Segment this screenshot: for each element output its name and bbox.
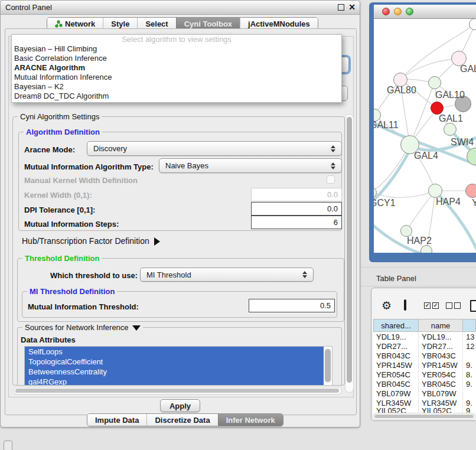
list-item[interactable]: BetweennessCentrality — [25, 367, 324, 377]
table-horizontal-scrollbar[interactable] — [373, 413, 475, 420]
expanded-arrow-icon — [132, 325, 141, 331]
panel-divider — [360, 286, 476, 286]
combo-stepper-icon — [302, 271, 307, 278]
combo-stepper-icon — [331, 145, 335, 152]
settings-vertical-scrollbar[interactable] — [345, 114, 354, 393]
node-label: HAP2 — [407, 236, 432, 246]
dropdown-item[interactable]: Basic Correlation Inference — [12, 54, 341, 63]
close-window-icon[interactable]: ✕ — [348, 2, 356, 12]
network-node[interactable] — [428, 76, 441, 89]
tab-style[interactable]: Style — [103, 18, 137, 30]
network-node[interactable] — [400, 225, 412, 237]
table-row[interactable]: YLR345W YLR345W 9. — [373, 398, 476, 407]
combo-stepper-icon — [331, 162, 335, 169]
control-panel-titlebar: Control Panel ✕ — [1, 1, 360, 15]
dropdown-item[interactable]: Bayesian – Hill Climbing — [12, 44, 341, 54]
which-threshold-combo[interactable]: MI Threshold — [140, 268, 314, 282]
tab-cyni-toolbox[interactable]: Cyni Toolbox — [176, 18, 240, 30]
manual-kernel-checkbox[interactable] — [327, 175, 335, 184]
aracne-mode-combo[interactable]: Discovery — [87, 141, 342, 156]
dropdown-item[interactable]: Dream8 DC_TDC Algorithm — [12, 92, 341, 101]
network-icon — [55, 20, 63, 28]
node-label: GAL4 — [414, 151, 438, 161]
table-panel-title: Table Panel — [376, 274, 416, 283]
table-row[interactable]: YBR045C YBR045C 9. — [373, 379, 476, 389]
network-node[interactable] — [428, 184, 442, 198]
tab-discretize-data[interactable]: Discretize Data — [146, 414, 217, 426]
minimized-panel-icon[interactable] — [4, 441, 12, 450]
table-row[interactable]: YER054C YER054C 8. — [373, 370, 476, 379]
panel-divider — [360, 267, 476, 268]
node-label: Y — [472, 198, 476, 208]
table-row[interactable]: YPR145W YPR145W 9. — [373, 360, 476, 370]
threshold-definition-title: Threshold Definition — [22, 254, 102, 263]
minimize-traffic-light-icon[interactable] — [394, 8, 402, 15]
kernel-width-label: Kernel Width (0,1): — [24, 191, 92, 200]
hub-section-toggle[interactable]: Hub/Transcription Factor Definition — [22, 236, 160, 246]
algorithm-dropdown-popup: Select algorithm to view settings Bayesi… — [11, 34, 342, 103]
node-label: HAP4 — [436, 197, 461, 207]
network-view-window: GAL GAL80 GAL10 GAL1 GAL11 SWI4 GAL4 GCY… — [369, 2, 476, 262]
table-row[interactable]: YBL079W YBL079W — [373, 389, 476, 398]
network-node-red[interactable] — [431, 102, 444, 115]
column-header-sharedname[interactable]: shared... — [373, 319, 419, 332]
column-layout-icon[interactable] — [404, 299, 406, 311]
kernel-width-field[interactable]: 0.0 — [251, 188, 342, 201]
mi-algorithm-type-label: Mutual Information Algorithm Type: — [24, 162, 154, 171]
mi-threshold-group-title: MI Threshold Definition — [27, 287, 117, 296]
zoom-traffic-light-icon[interactable] — [406, 8, 413, 15]
dropdown-item[interactable]: Bayesian – K2 — [12, 82, 341, 92]
table-row[interactable]: YBR043C YBR043C — [373, 351, 476, 360]
settings-group-title: Cyni Algorithm Settings — [18, 112, 102, 121]
list-item[interactable]: TopologicalCoefficient — [25, 357, 324, 367]
mi-steps-field[interactable]: 6 — [251, 216, 342, 229]
apply-button[interactable]: Apply — [160, 399, 200, 412]
node-label: GAL11 — [374, 120, 399, 131]
close-traffic-light-icon[interactable] — [382, 8, 390, 15]
export-table-icon[interactable] — [470, 300, 476, 312]
column-header-partial[interactable] — [463, 319, 476, 332]
tab-network[interactable]: Network — [47, 18, 103, 30]
sources-group-title[interactable]: Sources for Network Inference — [22, 323, 143, 332]
node-label: GAL10 — [435, 90, 465, 100]
network-canvas[interactable]: GAL GAL80 GAL10 GAL1 GAL11 SWI4 GAL4 GCY… — [374, 19, 476, 253]
table-header-row: shared... name — [373, 319, 476, 332]
mi-steps-label: Mutual Information Steps: — [24, 220, 119, 229]
dropdown-item[interactable]: Mutual Information Inference — [12, 73, 341, 82]
dropdown-prompt: Select algorithm to view settings — [12, 35, 341, 44]
control-panel-title: Control Panel — [5, 3, 52, 12]
tab-infer-network[interactable]: Infer Network — [218, 414, 283, 426]
mi-threshold-field[interactable]: 0.5 — [249, 299, 335, 312]
gear-icon[interactable]: ⚙ — [382, 300, 392, 311]
node-label: GAL80 — [387, 85, 416, 96]
control-panel-window: Control Panel ✕ Network Style Select Cyn… — [0, 0, 360, 428]
dropdown-item-selected[interactable]: ARACNE Algorithm — [12, 63, 341, 73]
column-header-name[interactable]: name — [419, 319, 463, 332]
node-label: SWI4 — [451, 137, 474, 148]
node-label: GCY1 — [374, 198, 396, 208]
mi-algorithm-type-combo[interactable]: Naive Bayes — [159, 158, 342, 173]
network-node-salmon[interactable] — [465, 184, 476, 198]
settings-horizontal-scrollbar[interactable] — [14, 387, 342, 394]
table-row[interactable]: YDL19... YDL19... 13 — [373, 332, 476, 341]
dpi-tolerance-field[interactable]: 0.0 — [251, 202, 342, 216]
deselect-all-checkboxes-icon[interactable] — [446, 302, 461, 309]
list-item[interactable]: SelfLoops — [25, 347, 324, 357]
tab-select[interactable]: Select — [137, 18, 175, 30]
aracne-mode-label: Aracne Mode: — [24, 145, 75, 154]
mi-threshold-label: Mutual Information Threshold: — [28, 302, 139, 311]
network-node[interactable] — [444, 123, 457, 136]
data-attributes-label: Data Attributes — [21, 335, 76, 344]
list-item[interactable]: gal4RGexp — [25, 377, 324, 386]
node-label: GAL1 — [439, 113, 463, 124]
collapsed-arrow-icon — [154, 237, 160, 246]
algorithm-definition-title: Algorithm Definition — [24, 128, 102, 136]
data-attributes-list[interactable]: SelfLoops TopologicalCoefficient Between… — [24, 346, 332, 386]
list-scrollbar[interactable] — [324, 348, 331, 384]
network-window-titlebar — [374, 5, 476, 19]
table-row[interactable]: YDR27... YDR27... 12 — [373, 341, 476, 351]
tab-impute-data[interactable]: Impute Data — [87, 414, 146, 426]
float-window-icon[interactable] — [338, 4, 344, 11]
tab-jactivemnodules[interactable]: jActiveMNodules — [240, 18, 318, 30]
select-all-checkboxes-icon[interactable]: ✓✓ — [424, 302, 439, 309]
